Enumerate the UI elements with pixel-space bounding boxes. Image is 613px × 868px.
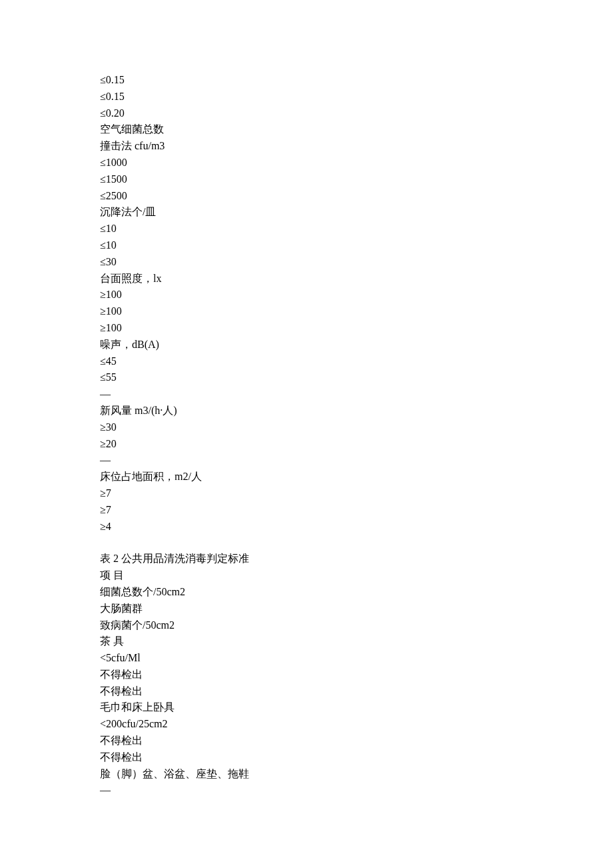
- text-line: ≤55: [100, 369, 513, 386]
- text-line: 大肠菌群: [100, 601, 513, 617]
- text-line: 空气细菌总数: [100, 121, 513, 138]
- text-line: ≤0.20: [100, 105, 513, 122]
- text-line: ≤10: [100, 237, 513, 254]
- text-line: 撞击法 cfu/m3: [100, 138, 513, 155]
- text-line: 项 目: [100, 567, 513, 584]
- text-line: ≥4: [100, 519, 513, 535]
- text-line: ≤0.15: [100, 89, 513, 105]
- text-line: ≥7: [100, 502, 513, 519]
- blank-line: [100, 535, 513, 551]
- text-line: 不得检出: [100, 667, 513, 683]
- document-page: ≤0.15≤0.15≤0.20空气细菌总数撞击法 cfu/m3≤1000≤150…: [0, 0, 613, 868]
- text-line: 新风量 m3/(h·人): [100, 403, 513, 419]
- text-line: ≥30: [100, 419, 513, 436]
- text-line: <5cfu/Ml: [100, 650, 513, 667]
- text-line: 脸（脚）盆、浴盆、座垫、拖鞋: [100, 766, 513, 783]
- text-line: 毛巾和床上卧具: [100, 699, 513, 716]
- text-line: ≤30: [100, 254, 513, 271]
- text-line: ≤10: [100, 221, 513, 237]
- text-line: 噪声，dB(A): [100, 337, 513, 353]
- text-line: ≥100: [100, 287, 513, 303]
- text-line: <200cfu/25cm2: [100, 716, 513, 733]
- text-line: ≤1500: [100, 171, 513, 188]
- text-line: —: [100, 452, 513, 469]
- text-line: ≤2500: [100, 188, 513, 205]
- text-line: ≥7: [100, 485, 513, 502]
- text-line: 床位占地面积，m2/人: [100, 469, 513, 485]
- text-line: ≥100: [100, 320, 513, 337]
- text-line: 表 2 公共用品清洗消毒判定标准: [100, 551, 513, 567]
- text-line: ≤0.15: [100, 72, 513, 89]
- text-line: 不得检出: [100, 683, 513, 700]
- text-line: 不得检出: [100, 733, 513, 749]
- text-line: ≥20: [100, 436, 513, 453]
- text-line: 不得检出: [100, 749, 513, 766]
- text-line: —: [100, 386, 513, 403]
- text-line: 细菌总数个/50cm2: [100, 584, 513, 601]
- text-line: ≤45: [100, 353, 513, 370]
- text-line: ≤1000: [100, 155, 513, 171]
- text-line: —: [100, 782, 513, 799]
- text-line: 台面照度，lx: [100, 271, 513, 287]
- text-line: 致病菌个/50cm2: [100, 617, 513, 634]
- text-line: 沉降法个/皿: [100, 204, 513, 221]
- text-line: ≥100: [100, 303, 513, 320]
- text-line: 茶 具: [100, 633, 513, 650]
